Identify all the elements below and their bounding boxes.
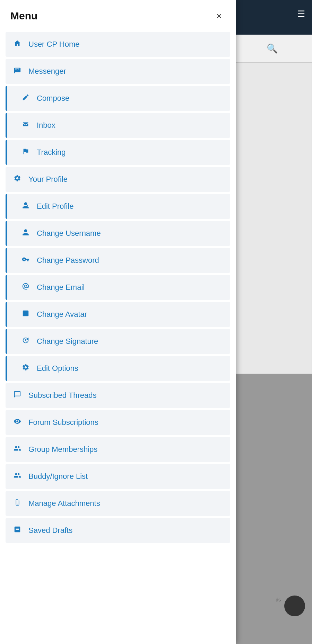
manage-attachments-icon [12, 499, 22, 508]
menu-item-edit-profile[interactable]: Edit Profile [6, 194, 230, 219]
menu-item-forum-subscriptions[interactable]: Forum Subscriptions [6, 410, 230, 435]
your-profile-label: Your Profile [28, 175, 68, 184]
compose-icon [21, 93, 31, 103]
bg-search-area: 🔍 [232, 35, 312, 62]
edit-options-label: Edit Options [37, 364, 78, 373]
menu-item-subscribed-threads[interactable]: Subscribed Threads [6, 383, 230, 408]
group-memberships-label: Group Memberships [28, 445, 97, 454]
menu-header: Menu × [0, 0, 236, 32]
your-profile-icon [12, 175, 22, 184]
menu-item-change-username[interactable]: Change Username [6, 221, 230, 246]
messenger-label: Messenger [28, 67, 66, 76]
saved-drafts-label: Saved Drafts [28, 526, 72, 535]
close-button[interactable]: × [213, 10, 225, 22]
menu-item-messenger[interactable]: Messenger [6, 59, 230, 84]
menu-item-saved-drafts[interactable]: Saved Drafts [6, 518, 230, 543]
forum-subscriptions-label: Forum Subscriptions [28, 418, 98, 427]
menu-item-change-signature[interactable]: Change Signature [6, 329, 230, 354]
edit-profile-icon [21, 202, 31, 211]
change-email-label: Change Email [37, 283, 85, 292]
group-memberships-icon [12, 445, 22, 454]
menu-items-container: User CP HomeMessengerComposeInboxTrackin… [0, 32, 236, 543]
menu-item-buddy-ignore-list[interactable]: Buddy/Ignore List [6, 464, 230, 489]
menu-item-compose[interactable]: Compose [6, 86, 230, 111]
hamburger-icon: ☰ [297, 9, 305, 19]
saved-drafts-icon [12, 526, 22, 535]
menu-title: Menu [10, 10, 37, 22]
menu-item-inbox[interactable]: Inbox [6, 113, 230, 138]
change-password-label: Change Password [37, 256, 99, 265]
subscribed-threads-icon [12, 391, 22, 400]
change-email-icon [21, 283, 31, 292]
buddy-ignore-list-label: Buddy/Ignore List [28, 472, 88, 481]
compose-label: Compose [37, 94, 69, 103]
change-username-label: Change Username [37, 229, 101, 238]
bg-content-area [232, 62, 312, 374]
manage-attachments-label: Manage Attachments [28, 499, 100, 508]
user-cp-home-icon [12, 39, 22, 49]
change-signature-label: Change Signature [37, 337, 98, 346]
change-username-icon [21, 229, 31, 238]
subscribed-threads-label: Subscribed Threads [28, 391, 97, 400]
menu-item-change-password[interactable]: Change Password [6, 248, 230, 273]
bg-text: ds [276, 597, 281, 602]
menu-item-your-profile[interactable]: Your Profile [6, 167, 230, 192]
edit-profile-label: Edit Profile [37, 202, 73, 211]
change-avatar-label: Change Avatar [37, 310, 87, 319]
menu-item-group-memberships[interactable]: Group Memberships [6, 437, 230, 462]
inbox-label: Inbox [37, 121, 55, 130]
menu-item-manage-attachments[interactable]: Manage Attachments [6, 491, 230, 516]
change-signature-icon [21, 337, 31, 346]
inbox-icon [21, 120, 31, 130]
svg-point-1 [24, 312, 25, 313]
menu-item-change-avatar[interactable]: Change Avatar [6, 302, 230, 327]
tracking-label: Tracking [37, 148, 66, 157]
forum-subscriptions-icon [12, 418, 22, 427]
buddy-ignore-list-icon [12, 472, 22, 481]
edit-options-icon [21, 364, 31, 373]
change-password-icon [21, 256, 31, 265]
bg-header: ☰ [232, 0, 312, 35]
bg-circle [284, 596, 305, 616]
search-icon: 🔍 [267, 43, 278, 54]
menu-item-edit-options[interactable]: Edit Options [6, 356, 230, 381]
menu-item-user-cp-home[interactable]: User CP Home [6, 32, 230, 57]
menu-item-tracking[interactable]: Tracking [6, 140, 230, 165]
change-avatar-icon [21, 310, 31, 319]
tracking-icon [21, 147, 31, 157]
menu-item-change-email[interactable]: Change Email [6, 275, 230, 300]
messenger-icon [12, 66, 22, 76]
menu-panel: Menu × User CP HomeMessengerComposeInbox… [0, 0, 236, 644]
user-cp-home-label: User CP Home [28, 40, 80, 49]
